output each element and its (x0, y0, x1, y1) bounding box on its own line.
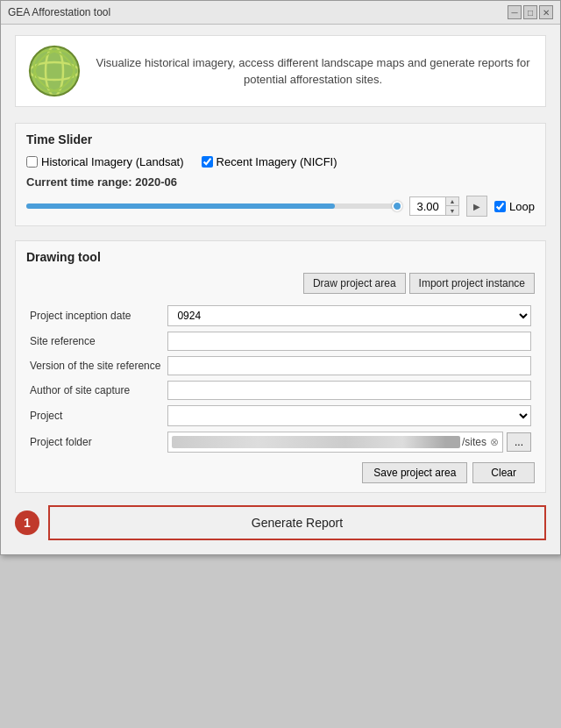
project-inception-select[interactable]: 0924 (167, 305, 531, 326)
table-row: Project (26, 403, 535, 429)
table-row: Project inception date 0924 (26, 303, 535, 329)
site-reference-label: Site reference (26, 329, 164, 353)
project-folder-row: /sites ⊗ ... (167, 432, 531, 453)
drawing-buttons-row: Draw project area Import project instanc… (26, 273, 535, 294)
window-title: GEA Afforestation tool (8, 6, 110, 18)
minimize-button[interactable]: ─ (508, 5, 522, 19)
folder-clear-icon[interactable]: ⊗ (490, 436, 499, 448)
folder-input-box: /sites ⊗ (167, 432, 503, 453)
close-button[interactable]: ✕ (539, 5, 553, 19)
title-bar: GEA Afforestation tool ─ □ ✕ (1, 1, 560, 25)
site-reference-input[interactable] (167, 332, 531, 351)
recent-imagery-item: Recent Imagery (NICFI) (202, 155, 337, 168)
author-input[interactable] (167, 381, 531, 400)
header-description: Visualize historical imagery, access dif… (93, 54, 533, 89)
slider-row: 3.00 ▲ ▼ ▶ Loop (26, 196, 535, 217)
project-inception-label: Project inception date (26, 303, 164, 329)
version-input[interactable] (167, 356, 531, 375)
loop-check: Loop (494, 200, 535, 213)
time-range-value: 2020-06 (135, 175, 177, 189)
folder-suffix: /sites (462, 436, 486, 448)
draw-project-area-button[interactable]: Draw project area (303, 273, 406, 294)
table-row: Author of site capture (26, 378, 535, 403)
header-section: Visualize historical imagery, access dif… (15, 35, 546, 107)
import-project-instance-button[interactable]: Import project instance (409, 273, 535, 294)
maximize-button[interactable]: □ (523, 5, 537, 19)
generate-report-button[interactable]: Generate Report (48, 505, 546, 540)
project-folder-label: Project folder (26, 429, 164, 455)
speed-spinner: 3.00 ▲ ▼ (409, 196, 459, 216)
time-slider-title: Time Slider (26, 132, 535, 146)
drawing-tool-title: Drawing tool (26, 250, 535, 264)
time-range-row: Current time range: 2020-06 (26, 175, 535, 189)
historical-imagery-checkbox[interactable] (26, 156, 38, 168)
step-badge: 1 (15, 510, 39, 535)
title-bar-buttons: ─ □ ✕ (508, 5, 553, 19)
clear-button[interactable]: Clear (472, 462, 535, 483)
save-project-area-button[interactable]: Save project area (362, 462, 467, 483)
historical-imagery-item: Historical Imagery (Landsat) (26, 155, 184, 168)
author-label: Author of site capture (26, 378, 164, 403)
spinner-arrows: ▲ ▼ (445, 197, 458, 215)
action-buttons-row: Save project area Clear (26, 462, 535, 483)
folder-path-text (172, 436, 460, 448)
drawing-form-table: Project inception date 0924 Site referen… (26, 303, 535, 455)
slider-thumb (392, 201, 402, 211)
table-row: Site reference (26, 329, 535, 353)
time-range-label: Current time range: (26, 175, 132, 189)
loop-checkbox[interactable] (494, 201, 506, 212)
recent-imagery-label: Recent Imagery (NICFI) (217, 155, 337, 168)
main-window: GEA Afforestation tool ─ □ ✕ Visualize h… (0, 0, 561, 555)
title-bar-left: GEA Afforestation tool (8, 6, 110, 18)
table-row: Version of the site reference (26, 353, 535, 378)
time-slider-track[interactable] (26, 203, 402, 209)
folder-browse-button[interactable]: ... (507, 432, 531, 452)
speed-input[interactable]: 3.00 (410, 198, 445, 215)
loop-label: Loop (509, 200, 535, 213)
spinner-up[interactable]: ▲ (446, 197, 458, 206)
app-logo (28, 45, 81, 97)
historical-imagery-label: Historical Imagery (Landsat) (41, 155, 184, 168)
generate-section: 1 Generate Report (1, 505, 560, 554)
project-label: Project (26, 403, 164, 429)
spinner-down[interactable]: ▼ (446, 206, 458, 215)
project-select[interactable] (167, 405, 531, 426)
play-button[interactable]: ▶ (466, 196, 487, 217)
drawing-tool-section: Drawing tool Draw project area Import pr… (15, 240, 546, 493)
slider-fill (26, 203, 335, 209)
recent-imagery-checkbox[interactable] (202, 156, 213, 168)
table-row: Project folder /sites ⊗ ... (26, 429, 535, 455)
imagery-checkbox-row: Historical Imagery (Landsat) Recent Imag… (26, 155, 535, 168)
time-slider-section: Time Slider Historical Imagery (Landsat)… (15, 123, 546, 226)
version-label: Version of the site reference (26, 353, 164, 378)
